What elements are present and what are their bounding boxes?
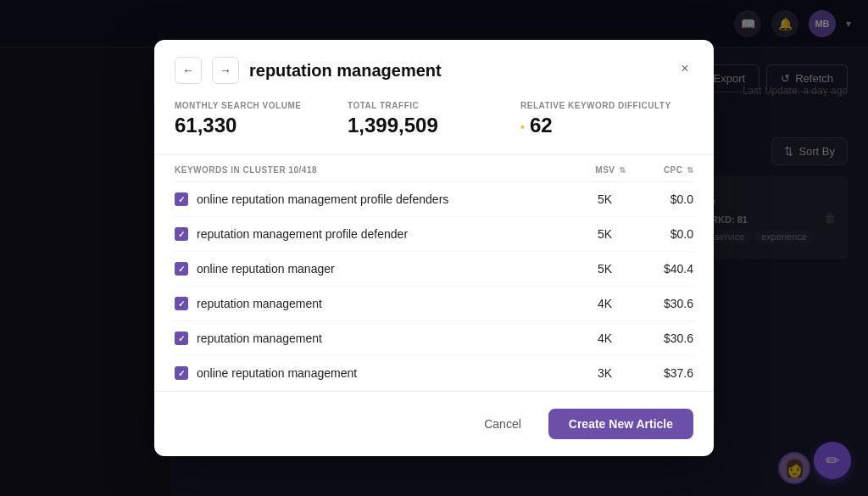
cpc-sort-icon: ⇅ bbox=[687, 165, 694, 175]
modal: ← → reputation management × MONTHLY SEAR… bbox=[154, 40, 714, 456]
back-button[interactable]: ← bbox=[175, 57, 202, 84]
table-header: KEYWORDS IN CLUSTER 10/418 MSV ⇅ CPC ⇅ bbox=[175, 155, 693, 182]
cpc-cell-3: $40.4 bbox=[626, 262, 693, 276]
msv-col-header[interactable]: MSV ⇅ bbox=[558, 165, 626, 175]
msv-cell-6: 3K bbox=[558, 366, 626, 380]
table-row: reputation management 4K $30.6 bbox=[175, 287, 693, 321]
table-row: reputation management profile defender 5… bbox=[175, 217, 693, 252]
table-row: online reputation manager 5K $40.4 bbox=[175, 252, 693, 287]
cpc-cell-4: $30.6 bbox=[626, 297, 693, 310]
traffic-label: TOTAL TRAFFIC bbox=[348, 101, 520, 110]
keyword-cell: reputation management profile defender bbox=[175, 227, 558, 241]
traffic-value: 1,399,509 bbox=[348, 114, 520, 137]
cpc-cell-5: $30.6 bbox=[626, 332, 693, 345]
msv-cell-4: 4K bbox=[558, 297, 626, 310]
modal-header: ← → reputation management × bbox=[154, 40, 714, 84]
forward-button[interactable]: → bbox=[212, 57, 239, 84]
table-row: reputation management 4K $30.6 bbox=[175, 321, 693, 356]
cpc-cell-6: $37.6 bbox=[626, 366, 693, 380]
table-row: online reputation management profile def… bbox=[175, 182, 693, 217]
rkd-value: 62 bbox=[520, 114, 693, 137]
modal-body: KEYWORDS IN CLUSTER 10/418 MSV ⇅ CPC ⇅ o… bbox=[154, 155, 714, 391]
msv-value: 61,330 bbox=[175, 114, 348, 137]
keyword-checkbox-3[interactable] bbox=[175, 262, 188, 276]
keyword-cell: online reputation management bbox=[175, 366, 558, 380]
create-article-button[interactable]: Create New Article bbox=[548, 409, 693, 439]
modal-overlay: ← → reputation management × MONTHLY SEAR… bbox=[0, 0, 868, 496]
msv-sort-icon: ⇅ bbox=[619, 165, 626, 175]
msv-cell-1: 5K bbox=[558, 192, 626, 206]
stat-msv: MONTHLY SEARCH VOLUME 61,330 bbox=[175, 101, 348, 137]
modal-footer: Cancel Create New Article bbox=[154, 391, 714, 456]
keyword-checkbox-1[interactable] bbox=[175, 192, 188, 206]
keyword-checkbox-4[interactable] bbox=[175, 297, 188, 310]
keyword-cell: online reputation management profile def… bbox=[175, 192, 558, 206]
keyword-text-4: reputation management bbox=[197, 297, 322, 310]
keyword-text-3: online reputation manager bbox=[197, 262, 335, 276]
msv-cell-5: 4K bbox=[558, 332, 626, 345]
rkd-label: RELATIVE KEYWORD DIFFICULTY bbox=[520, 101, 693, 110]
msv-cell-3: 5K bbox=[558, 262, 626, 276]
keyword-cell: reputation management bbox=[175, 297, 558, 310]
table-row: online reputation management 3K $37.6 bbox=[175, 356, 693, 391]
keyword-checkbox-2[interactable] bbox=[175, 227, 188, 241]
keyword-text-2: reputation management profile defender bbox=[197, 227, 408, 241]
cpc-cell-2: $0.0 bbox=[626, 227, 693, 241]
keyword-cell: online reputation manager bbox=[175, 262, 558, 276]
keyword-text-6: online reputation management bbox=[197, 366, 357, 380]
stat-rkd: RELATIVE KEYWORD DIFFICULTY 62 bbox=[520, 101, 693, 137]
cpc-col-header[interactable]: CPC ⇅ bbox=[626, 165, 693, 175]
keyword-text-1: online reputation management profile def… bbox=[197, 192, 448, 206]
cpc-cell-1: $0.0 bbox=[626, 192, 693, 206]
close-button[interactable]: × bbox=[673, 57, 697, 81]
keyword-checkbox-5[interactable] bbox=[175, 332, 188, 345]
keyword-checkbox-6[interactable] bbox=[175, 366, 188, 380]
msv-cell-2: 5K bbox=[558, 227, 626, 241]
keyword-cluster-header: KEYWORDS IN CLUSTER 10/418 bbox=[175, 165, 558, 175]
cancel-button[interactable]: Cancel bbox=[467, 409, 538, 439]
stats-row: MONTHLY SEARCH VOLUME 61,330 TOTAL TRAFF… bbox=[154, 84, 714, 155]
msv-label: MONTHLY SEARCH VOLUME bbox=[175, 101, 348, 110]
stat-traffic: TOTAL TRAFFIC 1,399,509 bbox=[348, 101, 520, 137]
modal-title: reputation management bbox=[249, 61, 693, 81]
keyword-text-5: reputation management bbox=[197, 332, 322, 345]
keyword-cell: reputation management bbox=[175, 332, 558, 345]
